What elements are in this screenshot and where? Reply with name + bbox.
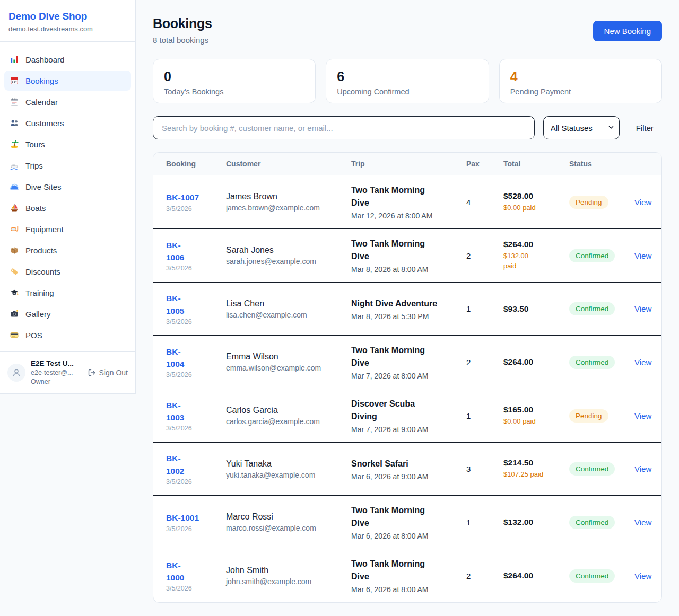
calendar-icon [10,76,19,85]
stat-label: Today's Bookings [164,87,304,96]
status-filter-wrap: All Statuses [543,116,620,139]
sidebar-item-calendar[interactable]: Calendar [4,92,131,112]
sidebar-item-dashboard[interactable]: Dashboard [4,49,131,69]
stats-cards: 0 Today's Bookings 6 Upcoming Confirmed … [153,59,662,103]
main-content: Bookings 8 total bookings New Booking 0 … [136,0,679,616]
total-amount: $264.00 [503,240,569,249]
view-link[interactable]: View [634,358,651,367]
user-meta: E2E Test U... e2e-tester@... Owner [31,359,74,386]
sidebar-item-bookings[interactable]: Bookings [4,71,131,91]
column-header-status: Status [569,160,634,168]
sidebar-item-discounts[interactable]: Discounts [4,261,131,281]
total-amount: $214.50 [503,458,569,468]
customer-email: lisa.chen@example.com [226,311,351,319]
sign-out-label: Sign Out [99,368,128,377]
sidebar-item-label: Gallery [25,310,51,319]
trip-name: Snorkel Safari [351,457,466,470]
view-link[interactable]: View [634,518,651,527]
sidebar-item-dive-sites[interactable]: Dive Sites [4,177,131,197]
trip-time: Mar 8, 2026 at 5:30 PM [351,312,466,321]
column-header-total: Total [503,160,569,168]
column-header-trip: Trip [351,160,466,168]
table-header-row: Booking Customer Trip Pax Total Status [153,153,661,175]
status-badge: Confirmed [569,356,615,369]
stat-card-todays-bookings: 0 Today's Bookings [153,59,316,103]
booking-date: 3/5/2026 [166,478,226,486]
user-name: E2E Test U... [31,359,74,368]
booking-id-link[interactable]: BK- 1004 [166,346,226,371]
credit-card-icon [10,330,19,340]
view-link[interactable]: View [634,251,651,260]
sidebar-item-gallery[interactable]: Gallery [4,304,131,324]
booking-id-link[interactable]: BK-1007 [166,191,226,204]
sidebar-item-label: Boats [25,204,46,213]
customer-name: John Smith [226,566,351,575]
stat-label: Pending Payment [510,87,651,96]
sidebar-item-customers[interactable]: Customers [4,113,131,133]
view-link[interactable]: View [634,571,651,580]
booking-id-link[interactable]: BK- 1006 [166,239,226,264]
new-booking-button[interactable]: New Booking [593,21,662,41]
graduation-cap-icon [10,288,19,297]
column-header-customer: Customer [226,160,351,168]
booking-id-link[interactable]: BK- 1000 [166,559,226,584]
sidebar-user-panel: E2E Test U... e2e-tester@... Owner Sign … [0,351,135,393]
speedboat-icon [10,161,19,170]
sidebar-item-label: POS [25,331,42,340]
sidebar-item-training[interactable]: Training [4,283,131,303]
status-badge: Confirmed [569,462,615,476]
page-title: Bookings [153,16,212,31]
bar-chart-icon [10,55,19,64]
trip-name: Two Tank Morning Dive [351,344,466,369]
booking-date: 3/5/2026 [166,205,226,213]
sidebar-item-equipment[interactable]: Equipment [4,219,131,239]
booking-date: 3/5/2026 [166,318,226,325]
stat-card-pending-payment: 4 Pending Payment [499,59,662,103]
sidebar-item-label: Trips [25,161,43,170]
trip-name: Discover Scuba Diving [351,398,466,423]
sidebar-item-pos[interactable]: POS [4,325,131,345]
diving-mask-icon [10,224,19,234]
trip-time: Mar 6, 2026 at 8:00 AM [351,532,466,540]
sidebar-item-boats[interactable]: Boats [4,198,131,218]
island-icon [10,139,19,149]
total-amount: $93.50 [503,304,569,314]
booking-id-link[interactable]: BK- 1005 [166,292,226,317]
booking-id-link[interactable]: BK- 1002 [166,452,226,477]
pax-count: 3 [466,464,503,473]
view-link[interactable]: View [634,411,651,420]
total-amount: $264.00 [503,571,569,580]
table-row: BK- 10063/5/2026 Sarah Jonessarah.jones@… [153,228,661,282]
page-header: Bookings 8 total bookings New Booking [153,16,662,45]
sidebar-item-trips[interactable]: Trips [4,155,131,175]
customer-email: yuki.tanaka@example.com [226,471,351,479]
status-filter-select[interactable]: All Statuses [543,116,620,139]
booking-id-link[interactable]: BK-1001 [166,512,226,524]
sign-out-button[interactable]: Sign Out [88,368,128,377]
view-link[interactable]: View [634,198,651,207]
booking-id-link[interactable]: BK- 1003 [166,399,226,424]
trip-name: Two Tank Morning Dive [351,184,466,209]
pax-count: 1 [466,518,503,527]
sailboat-icon [10,203,19,213]
trip-name: Night Dive Adventure [351,297,466,310]
status-badge: Pending [569,409,608,423]
sidebar-item-products[interactable]: Products [4,240,131,260]
table-row: BK-10073/5/2026 James Brownjames.brown@e… [153,175,661,228]
paid-amount: $0.00 paid [503,417,569,427]
search-input[interactable] [153,116,535,139]
column-header-pax: Pax [466,160,503,168]
column-header-booking: Booking [166,160,226,168]
view-link[interactable]: View [634,464,651,473]
trip-time: Mar 6, 2026 at 8:00 AM [351,585,466,594]
sidebar-item-label: Training [25,288,54,297]
sidebar-item-tours[interactable]: Tours [4,134,131,154]
status-badge: Confirmed [569,569,615,583]
table-row: BK- 10053/5/2026 Lisa Chenlisa.chen@exam… [153,282,661,335]
wave-icon [10,182,19,191]
camera-icon [10,309,19,319]
sidebar-item-label: Calendar [25,98,58,107]
sidebar-item-label: Products [25,246,57,255]
filter-button[interactable]: Filter [628,124,662,133]
view-link[interactable]: View [634,304,651,313]
